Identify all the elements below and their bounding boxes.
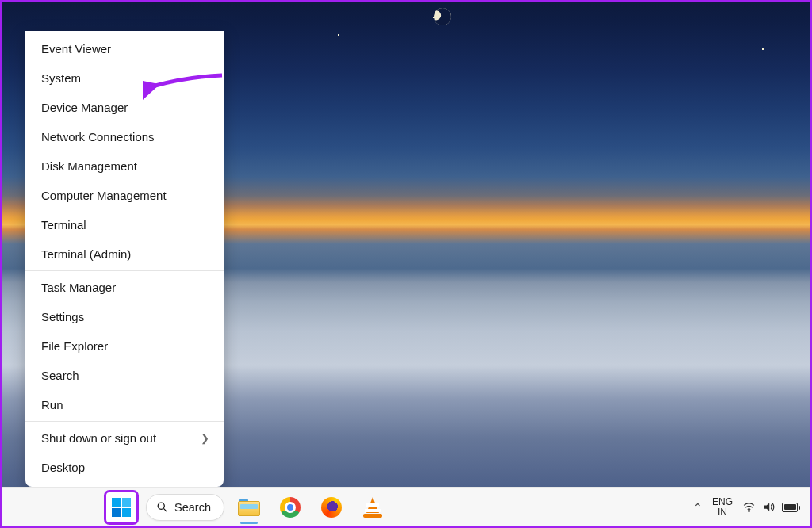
menu-item-device-manager[interactable]: Device Manager: [25, 93, 224, 122]
taskbar-search[interactable]: Search: [146, 494, 224, 521]
chrome-icon: [280, 497, 301, 518]
system-icons[interactable]: [742, 500, 798, 514]
moon-graphic: [431, 6, 454, 28]
menu-item-label: Run: [41, 398, 63, 411]
battery-icon: [782, 503, 798, 512]
menu-item-label: Computer Management: [41, 189, 167, 202]
menu-item-computer-management[interactable]: Computer Management: [25, 181, 224, 210]
menu-item-shutdown-signout[interactable]: Shut down or sign out ❯: [25, 423, 224, 453]
search-label: Search: [174, 501, 211, 514]
menu-item-label: Device Manager: [41, 101, 128, 114]
menu-item-network-connections[interactable]: Network Connections: [25, 122, 224, 151]
menu-item-label: File Explorer: [41, 339, 108, 353]
language-secondary: IN: [712, 507, 733, 518]
language-indicator[interactable]: ENG IN: [712, 497, 733, 518]
menu-item-disk-management[interactable]: Disk Management: [25, 151, 224, 181]
svg-point-0: [158, 503, 164, 509]
svg-point-2: [749, 511, 750, 512]
menu-item-search[interactable]: Search: [25, 361, 224, 390]
menu-item-event-viewer[interactable]: Event Viewer: [25, 34, 224, 63]
search-icon: [156, 501, 168, 513]
svg-line-1: [163, 508, 167, 511]
menu-item-label: System: [41, 71, 81, 85]
windows-logo-icon: [112, 498, 131, 517]
sound-icon: [762, 500, 776, 514]
menu-item-label: Shut down or sign out: [41, 431, 156, 445]
taskbar-center: Search: [105, 491, 389, 524]
language-primary: ENG: [712, 497, 733, 507]
menu-item-label: Desktop: [41, 461, 85, 474]
menu-item-terminal[interactable]: Terminal: [25, 210, 224, 239]
chevron-right-icon: ❯: [201, 432, 209, 444]
file-explorer-icon: [238, 499, 260, 516]
menu-separator: [25, 270, 224, 271]
taskbar-file-explorer[interactable]: [232, 491, 266, 524]
vlc-icon: [363, 497, 382, 518]
menu-item-file-explorer[interactable]: File Explorer: [25, 331, 224, 361]
menu-item-label: Network Connections: [41, 130, 155, 143]
menu-item-terminal-admin[interactable]: Terminal (Admin): [25, 239, 224, 269]
menu-separator: [25, 421, 224, 422]
menu-item-label: Task Manager: [41, 281, 116, 294]
taskbar-tray: ⌃ ENG IN: [693, 497, 810, 518]
menu-item-label: Disk Management: [41, 159, 137, 173]
menu-item-system[interactable]: System: [25, 63, 224, 93]
taskbar-chrome[interactable]: [274, 491, 307, 524]
taskbar: Search ⌃ ENG IN: [2, 487, 810, 526]
taskbar-vlc[interactable]: [356, 491, 389, 524]
tray-overflow-chevron-icon[interactable]: ⌃: [693, 501, 703, 514]
wifi-icon: [742, 500, 756, 514]
menu-item-label: Settings: [41, 310, 84, 323]
taskbar-firefox[interactable]: [315, 491, 348, 524]
menu-item-desktop[interactable]: Desktop: [25, 453, 224, 482]
menu-item-run[interactable]: Run: [25, 390, 224, 419]
firefox-icon: [321, 497, 342, 518]
menu-item-label: Terminal (Admin): [41, 247, 131, 261]
menu-item-label: Event Viewer: [41, 42, 111, 55]
menu-item-label: Search: [41, 369, 79, 382]
menu-item-label: Terminal: [41, 218, 86, 231]
menu-item-settings[interactable]: Settings: [25, 302, 224, 331]
start-button[interactable]: [105, 491, 138, 524]
active-app-underline: [240, 522, 258, 524]
winx-power-menu: Event Viewer System Device Manager Netwo…: [25, 31, 224, 487]
menu-item-task-manager[interactable]: Task Manager: [25, 273, 224, 302]
